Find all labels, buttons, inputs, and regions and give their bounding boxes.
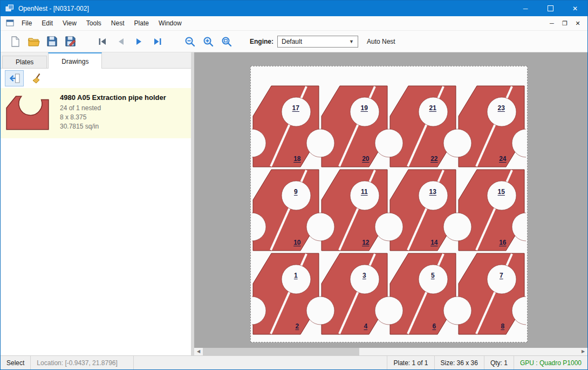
close-button[interactable]: ✕ [563, 1, 587, 16]
nest-tile[interactable]: 1920 [320, 85, 389, 169]
save-edit-button[interactable] [61, 33, 79, 50]
nest-canvas[interactable]: 1718 1920 2122 2324 910 1112 1314 1516 1… [194, 52, 587, 355]
engine-selected-value: Default [282, 38, 302, 45]
nest-tile[interactable]: 2324 [457, 85, 526, 169]
drawing-list-item[interactable]: 4980 A05 Extraction pipe holder 24 of 1 … [1, 88, 191, 138]
part-number[interactable]: 19 [361, 104, 368, 112]
previous-plate-button[interactable] [112, 33, 130, 50]
part-number[interactable]: 4 [364, 322, 367, 330]
drawing-title: 4980 A05 Extraction pipe holder [60, 93, 166, 102]
tab-plates[interactable]: Plates [2, 56, 47, 68]
status-plate: Plate: 1 of 1 [387, 356, 434, 369]
part-number[interactable]: 13 [429, 188, 436, 196]
open-file-button[interactable] [24, 33, 43, 50]
zoom-in-button[interactable] [199, 33, 217, 50]
engine-label: Engine: [250, 38, 274, 45]
nest-tile[interactable]: 78 [457, 252, 526, 336]
part-number[interactable]: 8 [501, 322, 504, 330]
menu-item-view[interactable]: View [58, 17, 81, 29]
menu-item-edit[interactable]: Edit [37, 17, 58, 29]
part-number[interactable]: 12 [362, 239, 369, 246]
part-number[interactable]: 22 [430, 155, 437, 163]
arrow-left-page-icon [9, 72, 20, 84]
zoom-in-icon [202, 36, 214, 48]
zoom-out-button[interactable] [181, 33, 199, 50]
part-number[interactable]: 9 [294, 188, 298, 196]
menu-item-window[interactable]: Window [154, 17, 187, 29]
status-qty: Qty: 1 [484, 356, 514, 369]
part-number[interactable]: 24 [499, 155, 506, 163]
part-number[interactable]: 3 [363, 272, 366, 279]
mdi-window-controls: ─ ❐ ✕ [545, 20, 584, 27]
part-number[interactable]: 21 [429, 104, 436, 112]
previous-arrow-icon [115, 36, 126, 47]
new-file-button[interactable] [6, 33, 24, 50]
mdi-restore-icon[interactable]: ❐ [558, 20, 571, 27]
minimize-button[interactable]: ─ [513, 1, 538, 16]
menu-item-nest[interactable]: Nest [106, 17, 129, 29]
zoom-fit-button[interactable] [217, 33, 236, 50]
part-number[interactable]: 14 [430, 239, 437, 246]
menu-item-tools[interactable]: Tools [81, 17, 106, 29]
mdi-minimize-icon[interactable]: ─ [545, 20, 558, 26]
part-number[interactable]: 2 [295, 322, 299, 330]
nest-tile[interactable]: 1112 [320, 169, 389, 252]
nest-tile[interactable]: 12 [252, 252, 320, 336]
part-number[interactable]: 16 [499, 239, 506, 246]
part-number[interactable]: 7 [500, 272, 503, 279]
last-arrow-icon [152, 36, 163, 47]
nest-tile[interactable]: 910 [252, 169, 320, 252]
last-plate-button[interactable] [148, 33, 167, 50]
nest-tile[interactable]: 1516 [457, 169, 526, 252]
part-number[interactable]: 23 [498, 104, 505, 112]
nest-tile[interactable]: 34 [320, 252, 389, 336]
open-folder-icon [27, 35, 40, 48]
drawing-meta: 4980 A05 Extraction pipe holder 24 of 1 … [60, 92, 166, 131]
nest-tile[interactable]: 1718 [252, 85, 320, 169]
engine-select[interactable]: Default ▼ [277, 36, 358, 48]
status-filler [134, 356, 387, 369]
part-number[interactable]: 20 [362, 155, 369, 163]
nest-tile[interactable]: 2122 [389, 85, 457, 169]
horizontal-scrollbar[interactable]: ◀ ▶ [194, 348, 587, 355]
next-plate-button[interactable] [130, 33, 148, 50]
menu-item-file[interactable]: File [17, 17, 37, 29]
part-number[interactable]: 10 [293, 239, 300, 246]
first-plate-button[interactable] [93, 33, 112, 50]
scroll-left-icon[interactable]: ◀ [194, 348, 203, 355]
part-number[interactable]: 17 [292, 104, 299, 112]
save-edit-icon [64, 35, 77, 48]
plate-sheet[interactable]: 1718 1920 2122 2324 910 1112 1314 1516 1… [250, 66, 528, 342]
clean-button[interactable] [28, 70, 46, 86]
document-icon[interactable] [6, 19, 15, 27]
chevron-down-icon: ▼ [349, 39, 354, 44]
send-to-nest-button[interactable] [5, 70, 24, 86]
app-icon [5, 4, 14, 13]
part-number[interactable]: 18 [293, 155, 300, 163]
part-number[interactable]: 6 [432, 322, 436, 330]
scroll-right-icon[interactable]: ▶ [579, 348, 587, 355]
mdi-close-icon[interactable]: ✕ [571, 20, 584, 27]
drawing-size: 8 x 8.375 [60, 113, 166, 122]
zoom-fit-icon [221, 36, 233, 48]
part-number[interactable]: 11 [361, 188, 368, 196]
status-gpu: GPU : Quadro P1000 [514, 356, 587, 369]
part-number[interactable]: 15 [498, 188, 505, 196]
auto-nest-toggle[interactable]: Auto Nest [367, 38, 395, 45]
maximize-icon [548, 5, 553, 11]
scrollbar-thumb[interactable] [203, 348, 359, 355]
part-number[interactable]: 1 [294, 272, 298, 279]
nest-tile[interactable]: 56 [389, 252, 457, 336]
status-mode: Select [1, 356, 31, 369]
nest-tile[interactable]: 1314 [389, 169, 457, 252]
save-button[interactable] [43, 33, 61, 50]
menu-items: FileEditViewToolsNestPlateWindow [17, 17, 187, 29]
window-controls: ─ ✕ [513, 1, 587, 16]
menu-bar: FileEditViewToolsNestPlateWindow ─ ❐ ✕ [1, 16, 587, 31]
part-number[interactable]: 5 [431, 272, 435, 279]
first-arrow-icon [97, 36, 108, 47]
tab-drawings[interactable]: Drawings [48, 52, 102, 69]
menu-item-plate[interactable]: Plate [129, 17, 154, 29]
maximize-button[interactable] [538, 1, 563, 16]
zoom-out-icon [184, 36, 196, 48]
